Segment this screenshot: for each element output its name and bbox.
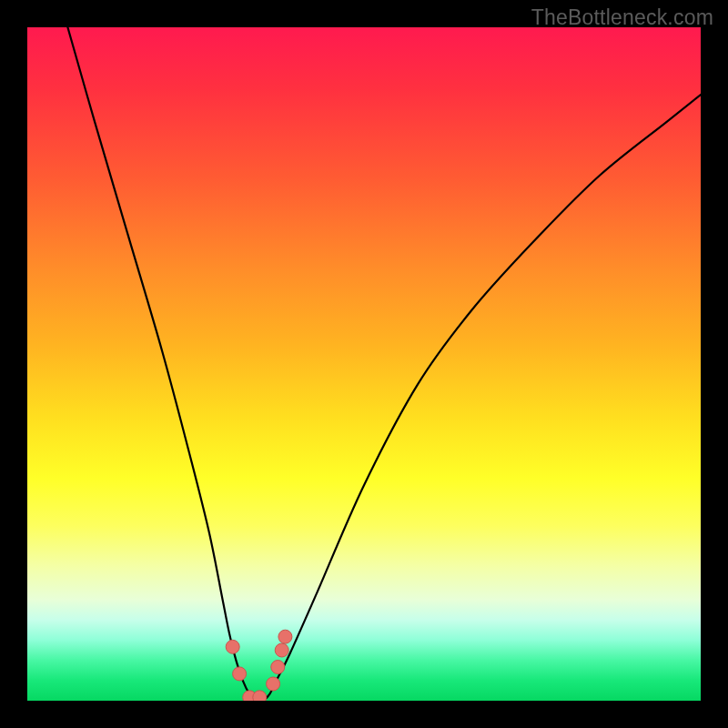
data-marker (275, 643, 288, 657)
data-marker (267, 677, 280, 691)
data-marker (253, 691, 267, 701)
data-marker (278, 630, 292, 643)
chart-frame: TheBottleneck.com (0, 0, 728, 728)
data-marker (226, 640, 239, 653)
curve-line (67, 27, 701, 701)
watermark-text: TheBottleneck.com (531, 5, 713, 30)
markers-group (226, 630, 292, 701)
plot-area (27, 27, 701, 701)
data-marker (271, 661, 285, 674)
data-marker (233, 667, 247, 681)
curve-svg (27, 27, 701, 701)
